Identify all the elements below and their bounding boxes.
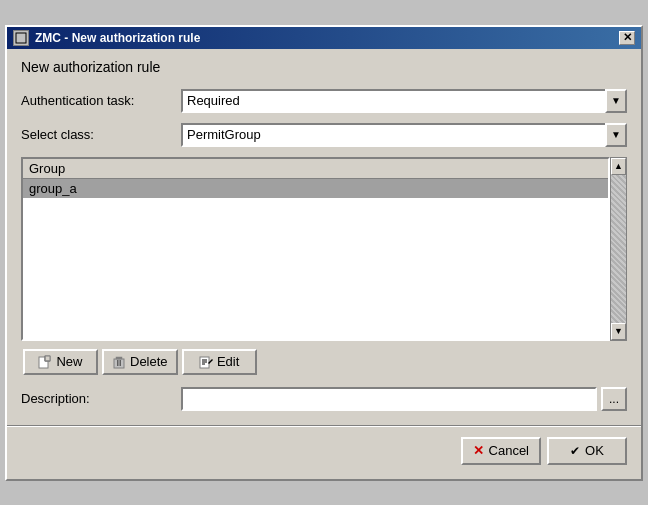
scroll-up-button[interactable]: ▲ bbox=[611, 158, 626, 175]
ok-button[interactable]: ✔ OK bbox=[547, 437, 627, 465]
new-icon bbox=[38, 355, 52, 369]
delete-button-label: Delete bbox=[130, 354, 168, 369]
scroll-down-button[interactable]: ▼ bbox=[611, 323, 626, 340]
description-ellipsis-button[interactable]: ... bbox=[601, 387, 627, 411]
description-input[interactable] bbox=[181, 387, 597, 411]
edit-button[interactable]: Edit bbox=[182, 349, 257, 375]
list-item[interactable]: group_a bbox=[23, 179, 608, 198]
title-bar: ZMC - New authorization rule ✕ bbox=[7, 27, 641, 49]
auth-task-value[interactable]: Required bbox=[181, 89, 627, 113]
list-header: Group bbox=[23, 159, 608, 179]
svg-rect-1 bbox=[17, 34, 21, 38]
dialog: ZMC - New authorization rule ✕ New autho… bbox=[5, 25, 643, 481]
svg-rect-7 bbox=[117, 360, 119, 366]
auth-task-label: Authentication task: bbox=[21, 93, 181, 108]
ok-icon: ✔ bbox=[570, 444, 580, 458]
action-buttons: New Delete bbox=[21, 349, 627, 375]
edit-button-label: Edit bbox=[217, 354, 239, 369]
ok-button-label: OK bbox=[585, 443, 604, 458]
cancel-button[interactable]: ✕ Cancel bbox=[461, 437, 541, 465]
description-row: Description: ... bbox=[21, 387, 627, 411]
svg-rect-8 bbox=[120, 360, 122, 366]
select-class-value[interactable]: PermitGroup bbox=[181, 123, 627, 147]
auth-task-row: Authentication task: Required ▼ bbox=[21, 89, 627, 113]
window-icon bbox=[13, 30, 29, 46]
list-area: Group group_a bbox=[21, 157, 610, 341]
close-button[interactable]: ✕ bbox=[619, 31, 635, 45]
auth-task-dropdown-arrow[interactable]: ▼ bbox=[605, 89, 627, 113]
edit-icon bbox=[199, 355, 213, 369]
delete-button[interactable]: Delete bbox=[102, 349, 178, 375]
svg-rect-6 bbox=[116, 357, 122, 359]
description-input-wrapper: ... bbox=[181, 387, 627, 411]
svg-rect-5 bbox=[114, 359, 124, 368]
title-bar-text: ZMC - New authorization rule bbox=[35, 31, 200, 45]
scrollbar[interactable]: ▲ ▼ bbox=[610, 157, 627, 341]
new-button[interactable]: New bbox=[23, 349, 98, 375]
select-class-row: Select class: PermitGroup ▼ bbox=[21, 123, 627, 147]
select-class-dropdown-arrow[interactable]: ▼ bbox=[605, 123, 627, 147]
auth-task-control: Required ▼ bbox=[181, 89, 627, 113]
description-label: Description: bbox=[21, 391, 181, 406]
footer-buttons: ✕ Cancel ✔ OK bbox=[21, 437, 627, 469]
new-button-label: New bbox=[56, 354, 82, 369]
list-area-wrapper: Group group_a ▲ ▼ bbox=[21, 157, 627, 341]
select-class-label: Select class: bbox=[21, 127, 181, 142]
cancel-button-label: Cancel bbox=[489, 443, 529, 458]
divider bbox=[7, 425, 641, 427]
scroll-track[interactable] bbox=[611, 175, 626, 323]
list-items: group_a bbox=[23, 179, 608, 339]
dialog-body: New authorization rule Authentication ta… bbox=[7, 49, 641, 479]
select-class-control: PermitGroup ▼ bbox=[181, 123, 627, 147]
delete-icon bbox=[112, 355, 126, 369]
svg-marker-4 bbox=[45, 356, 50, 361]
dialog-title: New authorization rule bbox=[21, 59, 627, 75]
cancel-icon: ✕ bbox=[473, 443, 484, 458]
